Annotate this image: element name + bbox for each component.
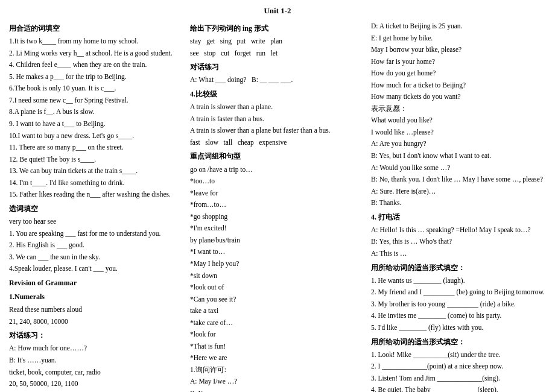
line: 4. Children feel e____ when they are on …	[9, 59, 184, 71]
line: B: No, thank you. I don't like … May I h…	[371, 174, 546, 186]
line: stay get sing put write plan	[190, 36, 365, 48]
line: E: I get home by bike.	[371, 33, 546, 45]
line: 6.The book is only 10 yuan. It is c___.	[9, 83, 184, 95]
phone-heading: 4. 打电话	[371, 212, 546, 223]
line: by plane/bus/train	[190, 235, 365, 247]
line: 12. Be quiet! The boy is s____.	[9, 154, 184, 166]
line: There are seven days in a week.	[9, 390, 184, 392]
line: How many tickets do you want?	[371, 91, 546, 103]
line: A: Are you hungry?	[371, 138, 546, 150]
line: What would you like?	[371, 115, 546, 127]
col1-section2-heading: 选词填空	[9, 203, 184, 215]
line: 4. He invites me ________ (come) to his …	[371, 310, 546, 322]
line: A: May I/we …?	[190, 376, 365, 388]
line: B: Yes, but I don't know what I want to …	[371, 150, 546, 162]
line: ticket, book, computer, car, radio	[9, 367, 184, 379]
columns-layout: 用合适的词填空 1.It is two k____ from my home t…	[9, 21, 546, 392]
line: 4. Be quiet. The baby _____________(slee…	[371, 384, 546, 392]
line: How far is your home?	[371, 56, 546, 68]
line: *too…to	[190, 175, 365, 188]
numerals-heading: 1.Numerals	[9, 291, 184, 303]
adj-list: fast slow tall cheap expensive	[190, 137, 365, 149]
line: 1. He wants us ________ (laugh).	[371, 275, 546, 287]
line: *I'm excited!	[190, 223, 365, 235]
col2-heading: 给出下列动词的 ing 形式	[190, 23, 365, 34]
line: B: Yes, you may.	[190, 388, 365, 392]
line: A: How much for one……?	[9, 343, 184, 355]
line: 2. His English is ___ good.	[9, 239, 184, 251]
line: 9. I want to have a t___ to Beijing.	[9, 118, 184, 130]
line: 2. My friend and I _________ (be) going …	[371, 286, 546, 299]
line: B: It's ……yuan.	[9, 355, 184, 367]
line: A train is slower than a plane but faste…	[190, 125, 365, 137]
line: I would like …please?	[371, 127, 546, 139]
dialogue2-heading: 对话练习	[190, 62, 365, 73]
line: A: Hello! Is this … speaking? =Hello! Ma…	[371, 224, 546, 236]
line: *look for	[190, 329, 365, 341]
line: A train is slower than a plane.	[190, 101, 365, 113]
line: 5. He makes a p___ for the trip to Beiji…	[9, 71, 184, 83]
line: B: Thanks.	[371, 197, 546, 209]
line: 8.A plane is f__. A bus is slow.	[9, 106, 184, 118]
line: May I borrow your bike, please?	[371, 44, 546, 56]
page-title: Unit 1-2	[9, 6, 546, 16]
line: 1. You are speaking ___ fast for me to u…	[9, 228, 184, 240]
line: go on /have a trip to…	[190, 164, 365, 176]
line: 1.询问许可:	[190, 364, 365, 376]
line: D: A ticket to Beijing is 25 yuan.	[371, 21, 546, 33]
line: 20, 50, 50000, 120, 1100	[9, 378, 184, 390]
line: *from…to…	[190, 199, 365, 211]
line: 3. We can ___ the sun in the sky.	[9, 251, 184, 264]
line: 7.I need some new c__ for Spring Festiva…	[9, 95, 184, 107]
read-aloud-label: Read these numbers aloud	[9, 304, 184, 316]
line: *take care of…	[190, 317, 365, 329]
line: 13. We can buy train tickets at the trai…	[9, 165, 184, 177]
line: 2. Li Ming works very h__ at school. He …	[9, 48, 184, 60]
line: How do you get home?	[371, 68, 546, 80]
line: *look out of	[190, 282, 365, 294]
word-choices: very too hear see	[9, 216, 184, 228]
line: 11. There are so many p___ on the street…	[9, 142, 184, 154]
numbers-line: 21, 240, 8000, 10000	[9, 316, 184, 328]
line: take a taxi	[190, 305, 365, 317]
line: 14. I'm t____. I'd like something to dri…	[9, 177, 184, 189]
line: *May I help you?	[190, 258, 365, 270]
line: A train is faster than a bus.	[190, 113, 365, 125]
line: B: Yes, this is … Who's that?	[371, 236, 546, 248]
line: A: What ___ doing? B: __ ___ ___.	[190, 74, 365, 86]
line: 5. I'd like ________ (fly) kites with yo…	[371, 322, 546, 334]
line: How much for a ticket to Beijing?	[371, 80, 546, 92]
col1-section1-heading: 用合适的词填空	[9, 23, 184, 34]
line: *I want to…	[190, 246, 365, 258]
column-2: 给出下列动词的 ing 形式 stay get sing put write p…	[190, 21, 365, 392]
line: 4.Speak louder, please. I can't ___ you.	[9, 263, 184, 275]
line: 3. My brother is too young _________ (ri…	[371, 299, 546, 311]
line: 1.It is two k____ from my home to my sch…	[9, 36, 184, 48]
line: *sit down	[190, 270, 365, 282]
dialogue-heading: 对话练习：	[9, 330, 184, 341]
line: see stop cut forget run let	[190, 48, 365, 60]
line: 3. Listen! Tom and Jim _____________(sin…	[371, 373, 546, 385]
revision-heading: Revision of Grammar	[9, 277, 184, 289]
line: A: This is …	[371, 248, 546, 260]
express-intention-heading: 表示意愿：	[371, 103, 546, 115]
key-phrases-heading: 重点词组和句型	[190, 151, 365, 162]
column-3: D: A ticket to Beijing is 25 yuan. E: I …	[371, 21, 546, 392]
line: A: Would you like some …?	[371, 162, 546, 174]
line: *leave for	[190, 188, 365, 200]
column-1: 用合适的词填空 1.It is two k____ from my home t…	[9, 21, 184, 392]
comparison-heading: 4.比较级	[190, 89, 365, 100]
line: *Here we are	[190, 352, 365, 364]
line: 15. Father likes reading the n___ after …	[9, 189, 184, 201]
line: 10.I want to buy a new dress. Let's go s…	[9, 130, 184, 142]
fill-blank2-heading: 用所给动词的适当形式填空：	[371, 337, 546, 348]
line: 2. I _____________(point) at a nice shee…	[371, 361, 546, 373]
line: *go shopping	[190, 211, 365, 223]
line: *Can you see it?	[190, 294, 365, 306]
page-container: Unit 1-2 用合适的词填空 1.It is two k____ from …	[9, 6, 546, 392]
line: *That is fun!	[190, 341, 365, 353]
line: 1. Look! Mike __________(sit) under the …	[371, 349, 546, 361]
fill-blank1-heading: 用所给动词的适当形式填空：	[371, 262, 546, 274]
line: A: Sure. Here is(are)…	[371, 186, 546, 198]
